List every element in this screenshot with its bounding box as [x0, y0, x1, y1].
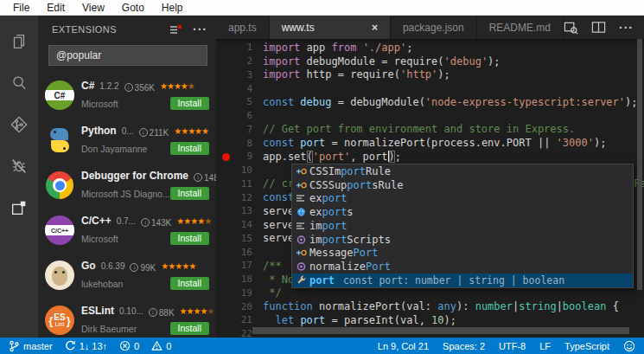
extension-row[interactable]: Python0...↓211K★★★★★Linting, Debugging (… [38, 118, 216, 163]
install-button[interactable]: Install [170, 232, 209, 245]
activity-item-explorer[interactable] [0, 23, 38, 64]
breakpoint-icon[interactable] [222, 153, 230, 161]
feedback-smiley[interactable] [623, 340, 635, 352]
activity-item-source-control[interactable] [0, 106, 38, 147]
suggestion-export[interactable]: export [292, 192, 633, 206]
suggestion-match: Port [354, 247, 379, 259]
ellipsis-icon[interactable]: ··· [619, 20, 634, 35]
suggestion-label: s [347, 206, 353, 218]
install-button[interactable]: Install [170, 97, 209, 110]
rating-stars-icon: ★★★★★ [176, 216, 211, 226]
code-line-8: 8const port = normalizePort(process.env.… [216, 136, 644, 150]
suggestion-importScripts[interactable]: importScripts [292, 233, 633, 247]
close-icon[interactable]: × [360, 22, 378, 34]
extension-downloads: ↓148 [194, 173, 216, 183]
menu-edit[interactable]: Edit [39, 2, 73, 14]
extension-footer-row: Microsoft JS Diagno...Install [81, 187, 209, 200]
suggestion-CSSSupportsRule[interactable]: CSSSupportsRule [292, 178, 633, 192]
line-number: 8 [216, 138, 252, 149]
split-icon[interactable] [591, 21, 606, 34]
eol[interactable]: LF [539, 341, 551, 351]
suggestion-port[interactable]: portconst port: number | string | boolea… [292, 274, 633, 287]
sync-status[interactable]: 1↓ 13↑ [65, 340, 107, 351]
line-content: app.set('port', port); [252, 151, 401, 163]
git-branch-status-label: master [23, 341, 53, 351]
tab-www.ts[interactable]: www.ts× [270, 16, 391, 39]
line-number: 4 [216, 83, 252, 94]
tab-app.ts[interactable]: app.ts [216, 16, 270, 39]
horizontal-scrollbar[interactable] [252, 327, 629, 334]
extension-description: Rich Go language support f... [81, 274, 209, 276]
menu-goto[interactable]: Goto [114, 2, 152, 14]
suggestion-import[interactable]: import [292, 219, 633, 233]
sync-status-label: 1↓ 13↑ [80, 341, 107, 351]
vertical-scrollbar[interactable] [637, 39, 642, 290]
suggestion-MessagePort[interactable]: MessagePort [292, 247, 633, 261]
install-button[interactable]: Install [170, 142, 209, 155]
warning-icon [151, 340, 163, 351]
extension-name: Python [81, 125, 117, 137]
extension-footer-row: MicrosoftInstall [81, 97, 209, 110]
menu-view[interactable]: View [74, 2, 112, 14]
suggestion-match: port [322, 234, 347, 246]
line-number: 19 [216, 287, 252, 299]
ellipsis-icon[interactable]: ··· [193, 22, 207, 37]
tab-package.json[interactable]: package.json [391, 16, 477, 39]
activity-item-extensions[interactable] [0, 189, 38, 230]
kind-module-icon [296, 207, 309, 217]
code-line-5: 5const debug = debugModule('node-express… [216, 95, 644, 109]
extension-row[interactable]: C#C#1.2.2↓356K★★★★★C# for Visual Studio … [38, 73, 216, 118]
git-branch-status[interactable]: master [9, 340, 53, 352]
install-button[interactable]: Install [170, 187, 209, 200]
rating-stars-icon: ★★★★★ [174, 126, 208, 136]
extension-publisher: Dirk Baeumer [81, 324, 137, 334]
tab-README.md[interactable]: README.md [477, 16, 564, 39]
extension-downloads: ↓211K [139, 128, 169, 138]
extensions-search-input[interactable] [49, 46, 207, 65]
tab-label: app.ts [228, 22, 257, 34]
suggestion-label: CSSIm [309, 165, 341, 177]
git-icon [10, 115, 29, 138]
activity-item-search[interactable] [0, 64, 38, 106]
suggestion-exports[interactable]: exports [292, 205, 633, 219]
suggestion-label: Rule [366, 165, 391, 177]
install-button[interactable]: Install [170, 322, 209, 335]
kind-method-icon [296, 235, 309, 245]
status-bar-right: Ln 9, Col 21Spaces: 2UTF-8LFTypeScript [364, 340, 635, 352]
activity-item-debug[interactable] [0, 147, 38, 189]
workbench: EXTENSIONS ··· C#C#1.2.2↓356K★★★★★C# for… [0, 16, 644, 338]
suggestion-match: port [309, 274, 335, 286]
clear-filter-icon[interactable] [169, 24, 182, 35]
preview-icon[interactable] [564, 21, 578, 35]
kind-class-icon [296, 180, 309, 190]
suggestion-CSSImportRule[interactable]: CSSImportRule [292, 164, 633, 178]
code-editor[interactable]: 1import app from './app';2import debugMo… [216, 39, 644, 338]
code-line-9: 9app.set('port', port); [216, 150, 644, 164]
extension-version: 0.6.39 [101, 261, 125, 271]
cursor-position[interactable]: Ln 9, Col 21 [378, 341, 429, 351]
install-button[interactable]: Install [170, 277, 209, 290]
extension-downloads: ↓88K [149, 308, 175, 318]
extension-footer-row: Dirk BaeumerInstall [81, 322, 209, 335]
menu-file[interactable]: File [5, 2, 37, 14]
extension-row[interactable]: Debugger for Chrome↓148Debug your JavaSc… [38, 163, 216, 208]
error-count[interactable]: 0 [119, 340, 139, 351]
line-number: 14 [216, 219, 252, 230]
cursor-position-label: Ln 9, Col 21 [378, 341, 429, 351]
extension-title-row: Go0.6.39↓99K★★★★★ [81, 260, 209, 273]
line-content: /** [252, 260, 282, 272]
extension-row[interactable]: {ESLint}ESLint0.10...↓88K★★★★★Integrates… [38, 298, 216, 338]
extension-publisher: Microsoft [81, 234, 118, 244]
suggestion-normalizePort[interactable]: normalizePort [292, 260, 633, 274]
encoding[interactable]: UTF-8 [499, 341, 526, 351]
extension-row[interactable]: Go0.6.39↓99K★★★★★Rich Go language suppor… [38, 253, 216, 298]
line-content: // Get port from environment and store i… [252, 123, 575, 135]
files-icon [10, 32, 29, 55]
sidebar-actions: ··· [169, 22, 207, 37]
branch-icon [9, 340, 20, 352]
indentation[interactable]: Spaces: 2 [443, 341, 485, 351]
extension-row[interactable]: C/C++C/C++0.7...↓143K★★★★★Complete C/C++… [38, 208, 216, 253]
language-mode[interactable]: TypeScript [564, 341, 609, 351]
menu-help[interactable]: Help [154, 2, 191, 14]
warning-count[interactable]: 0 [151, 340, 171, 351]
